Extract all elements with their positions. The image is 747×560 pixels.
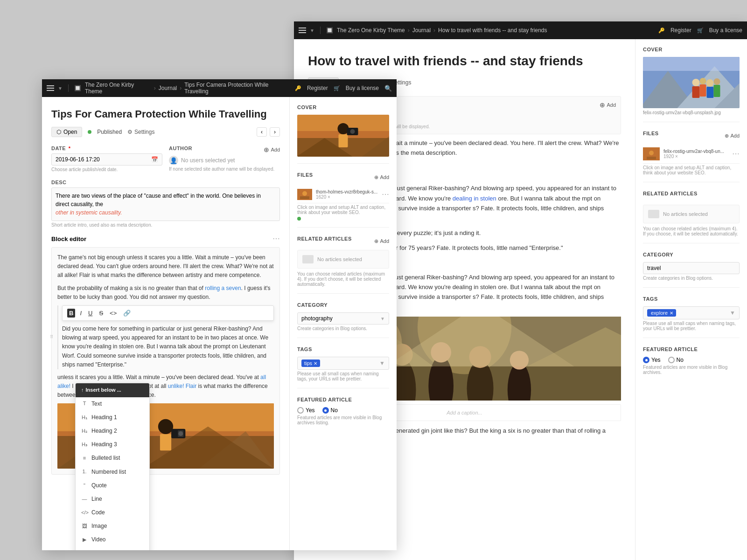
- front-site-icon: 🔲: [74, 85, 81, 91]
- front-hamburger-icon[interactable]: [47, 85, 54, 91]
- front-author-avatar-icon: 👤: [169, 156, 178, 165]
- back-featured-no-option[interactable]: No: [668, 357, 684, 363]
- front-bc-journal[interactable]: Journal: [159, 85, 177, 91]
- front-bc-article[interactable]: Tips For Camera Protection While Travell…: [184, 82, 291, 95]
- front-author-placeholder: 👤 No users selected yet: [169, 156, 280, 165]
- front-files-hint: Click on image and setup ALT and caption…: [297, 205, 389, 215]
- back-tags-container[interactable]: explore ✕ ▼: [643, 306, 740, 319]
- front-bc-site[interactable]: The Zero One Kirby Theme: [85, 82, 151, 95]
- back-add-author-button[interactable]: ⊕ Add: [600, 101, 616, 109]
- back-register-icon: 🔑: [658, 28, 665, 34]
- front-add-file-button[interactable]: ⊕ Add: [374, 174, 389, 180]
- front-insert-code[interactable]: </> Code: [76, 506, 149, 519]
- front-tb-strike-button[interactable]: S: [97, 309, 105, 318]
- front-chevron-icon[interactable]: ▼: [58, 86, 63, 91]
- front-editor-link3[interactable]: unlike! Flair: [168, 383, 196, 389]
- svg-rect-26: [714, 85, 720, 97]
- back-tags-hint: Please use all small caps when naming ta…: [643, 321, 740, 331]
- svg-rect-30: [647, 157, 656, 159]
- front-files-title: Files: [297, 172, 313, 178]
- front-add-related-button[interactable]: ⊕ Add: [374, 238, 389, 244]
- svg-point-21: [706, 79, 714, 87]
- front-desc-textarea[interactable]: There are two views of the place of "cau…: [51, 187, 280, 221]
- front-file-more-button[interactable]: ⋯: [382, 191, 389, 198]
- back-category-section: Category travel Create categories in Blo…: [643, 252, 740, 288]
- front-open-button[interactable]: ⬡ Open: [51, 127, 82, 137]
- back-tag-dropdown-icon[interactable]: ▼: [730, 310, 735, 316]
- back-file-more-button[interactable]: ⋯: [732, 150, 740, 158]
- back-chevron-icon[interactable]: ▼: [310, 28, 314, 33]
- front-calendar-icon[interactable]: 📅: [151, 156, 158, 163]
- front-drag-handle-icon[interactable]: ⠿: [50, 333, 53, 341]
- front-featured-yes-option[interactable]: Yes: [297, 407, 315, 414]
- back-tag-close-icon[interactable]: ✕: [670, 311, 673, 316]
- front-insert-kirbytext[interactable]: K KirbyText: [76, 547, 149, 550]
- front-category-section: Category photography ▼ Create categories…: [297, 302, 389, 338]
- front-featured-yes-radio[interactable]: [297, 407, 304, 414]
- back-category-select[interactable]: travel: [643, 262, 740, 274]
- front-insert-h2[interactable]: H₂ Heading 2: [76, 424, 149, 438]
- front-tb-underline-button[interactable]: U: [86, 309, 94, 318]
- front-editor-link1[interactable]: rolling a seven: [205, 285, 241, 291]
- front-published-label: Published: [97, 129, 122, 135]
- front-tb-italic-button[interactable]: I: [78, 309, 84, 318]
- front-date-input[interactable]: 2019-06-16 17:20 📅: [51, 153, 162, 166]
- front-category-select[interactable]: photography ▼: [297, 312, 389, 325]
- back-page-title: How to travel with friends -- and stay f…: [308, 53, 621, 69]
- front-tag-dropdown-icon[interactable]: ▼: [379, 360, 385, 366]
- front-tb-link-button[interactable]: 🔗: [121, 309, 133, 318]
- front-tb-code-button[interactable]: <>: [108, 309, 119, 318]
- front-tag-close-icon[interactable]: ✕: [314, 361, 317, 366]
- front-insert-arrow-icon: ↑: [81, 386, 84, 394]
- back-featured-yes-option[interactable]: Yes: [643, 357, 661, 363]
- front-insert-h3[interactable]: H₃ Heading 3: [76, 438, 149, 451]
- back-bc-article[interactable]: How to travel with friends -- and stay f…: [438, 27, 547, 34]
- front-insert-h1[interactable]: H₁ Heading 1: [76, 411, 149, 424]
- svg-point-19: [692, 79, 700, 86]
- front-tags-container[interactable]: tips ✕ ▼: [297, 357, 389, 370]
- front-search-icon[interactable]: 🔍: [384, 85, 392, 92]
- front-insert-image[interactable]: 🖼 Image: [76, 519, 149, 533]
- front-insert-video[interactable]: ▶ Video: [76, 533, 149, 546]
- front-category-hint: Create categories in Blog options.: [297, 326, 389, 331]
- front-insert-quote[interactable]: " Quote: [76, 479, 149, 492]
- back-buy-btn[interactable]: Buy a license: [709, 27, 742, 34]
- front-desc-section: Desc There are two views of the place of…: [51, 180, 280, 228]
- back-cover-section: Cover: [643, 47, 740, 122]
- back-featured-no-radio[interactable]: [668, 357, 675, 363]
- front-insert-menu-header[interactable]: ↑ Insert below ...: [76, 383, 149, 397]
- back-bc-journal[interactable]: Journal: [412, 27, 431, 34]
- front-prev-button[interactable]: ‹: [257, 127, 267, 137]
- back-bc-site[interactable]: The Zero One Kirby Theme: [337, 27, 405, 34]
- front-add-author-button[interactable]: ⊕ Add: [264, 146, 280, 153]
- front-next-button[interactable]: ›: [270, 127, 280, 137]
- front-related-section: Related articles ⊕ Add No articles selec…: [297, 236, 389, 294]
- back-add-file-button[interactable]: ⊕ Add: [725, 133, 740, 139]
- front-insert-numbered[interactable]: 1. Numbered list: [76, 465, 149, 479]
- back-featured-yes-radio[interactable]: [643, 357, 649, 363]
- front-insert-bullets[interactable]: ≡ Bulleted list: [76, 451, 149, 465]
- front-tags-title: Tags: [297, 346, 389, 352]
- back-link1[interactable]: dealing in stolen: [453, 195, 496, 202]
- back-category-title: Category: [643, 252, 740, 257]
- front-register-btn[interactable]: Register: [307, 85, 328, 91]
- back-register-btn[interactable]: Register: [670, 27, 691, 34]
- back-cart-icon: 🛒: [697, 28, 704, 34]
- back-hamburger-icon[interactable]: [299, 28, 306, 33]
- front-insert-text[interactable]: T Text: [76, 397, 149, 411]
- front-tb-bold-button[interactable]: B: [67, 309, 75, 318]
- back-file-name: felix-rostig-umv2ar-vbq8-un...: [663, 149, 728, 154]
- front-buy-btn[interactable]: Buy a license: [346, 85, 379, 91]
- front-author-label: Author: [169, 145, 192, 151]
- back-related-title: Related articles: [643, 191, 698, 196]
- back-topbar: ▼ 🔲 The Zero One Kirby Theme › Journal ›…: [294, 21, 747, 39]
- front-add-file-icon: ⊕: [374, 174, 378, 180]
- front-featured-no-option[interactable]: No: [322, 407, 338, 414]
- front-featured-no-radio[interactable]: [322, 407, 329, 414]
- front-settings-button[interactable]: ⚙ Settings: [127, 129, 154, 135]
- front-category-title: Category: [297, 302, 389, 308]
- front-insert-line[interactable]: — Line: [76, 492, 149, 506]
- front-page-title: Tips For Camera Protection While Travell…: [51, 108, 280, 120]
- front-block-editor-more-button[interactable]: ⋯: [272, 235, 280, 242]
- front-insert-h3-icon: H₃: [81, 441, 88, 449]
